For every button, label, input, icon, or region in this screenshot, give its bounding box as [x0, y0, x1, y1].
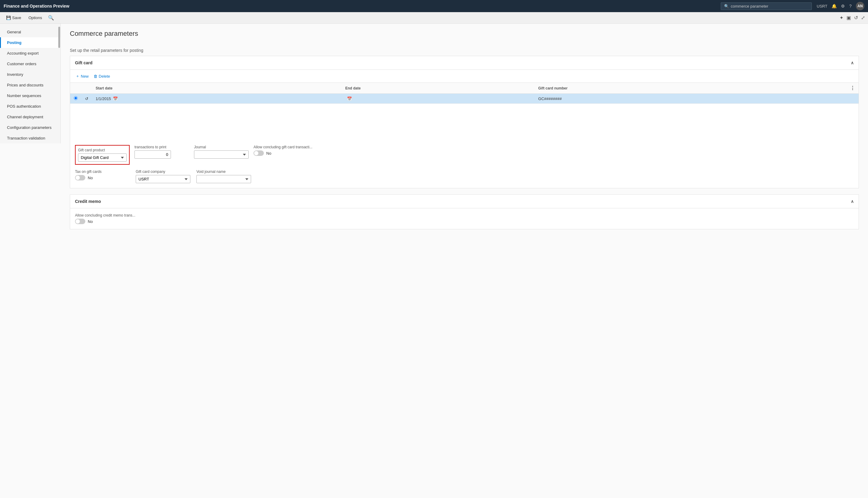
- star-icon[interactable]: ✦: [840, 15, 843, 21]
- more-cols-icon[interactable]: [850, 87, 855, 91]
- allow-concluding-label: Allow concluding gift card transacti...: [254, 145, 312, 149]
- action-bar: 💾 Save Options 🔍 ✦ ▣ ↺ ⤢: [0, 12, 868, 24]
- search-input[interactable]: [731, 4, 808, 9]
- col-gift-card-number: Gift card number: [535, 83, 846, 94]
- gift-card-company-group: Gift card company USRT: [136, 170, 190, 183]
- sidebar-item-customer-orders[interactable]: Customer orders: [0, 58, 61, 69]
- expand-icon[interactable]: ⤢: [861, 15, 865, 21]
- save-icon: 💾: [6, 15, 11, 20]
- sidebar-item-channel-deployment[interactable]: Channel deployment: [0, 112, 61, 122]
- row-gift-card-number: GC########: [535, 94, 846, 104]
- action-bar-right: ✦ ▣ ↺ ⤢: [840, 15, 865, 21]
- sidebar-item-pos-authentication[interactable]: POS authentication: [0, 101, 61, 112]
- col-refresh: [81, 83, 92, 94]
- sidebar-item-configuration-parameters[interactable]: Configuration parameters: [0, 122, 61, 133]
- refresh-icon[interactable]: ↺: [854, 15, 858, 21]
- page-container: GeneralPostingAccounting exportCustomer …: [0, 24, 868, 498]
- global-search[interactable]: 🔍: [721, 2, 812, 10]
- row-radio-cell[interactable]: [70, 94, 81, 104]
- save-button[interactable]: 💾 Save: [3, 14, 24, 22]
- sidebar-item-number-sequences[interactable]: Number sequences: [0, 90, 61, 101]
- void-journal-group: Void journal name: [196, 170, 251, 183]
- company-select[interactable]: USRT: [136, 175, 190, 183]
- void-journal-select[interactable]: [196, 175, 251, 183]
- allow-credit-value: No: [88, 219, 93, 224]
- help-icon[interactable]: ?: [849, 4, 852, 9]
- collapse-gift-card-icon[interactable]: [851, 60, 854, 65]
- delete-button[interactable]: 🗑 Delete: [93, 72, 111, 80]
- credit-memo-header: Credit memo: [70, 195, 859, 208]
- sidebar-item-posting[interactable]: Posting: [0, 37, 61, 48]
- sidebar-item-transaction-validation[interactable]: Transaction validation: [0, 133, 61, 143]
- table-empty-space: [70, 104, 859, 140]
- plus-icon: ＋: [76, 74, 79, 79]
- options-button[interactable]: Options: [26, 14, 45, 22]
- row-start-date: 1/1/2015 📅: [92, 94, 342, 104]
- allow-credit-toggle-group: No: [75, 219, 136, 224]
- tax-label: Tax on gift cards: [75, 170, 130, 174]
- gift-card-header: Gift card: [70, 56, 859, 70]
- form-fields-row2: Tax on gift cards No Gift card company U…: [70, 170, 859, 188]
- section-description: Set up the retail parameters for posting: [70, 44, 859, 56]
- trash-icon: 🗑: [93, 74, 98, 79]
- view-icon[interactable]: ▣: [846, 15, 851, 21]
- app-title: Finance and Operations Preview: [4, 4, 69, 9]
- transactions-label: transactions to print: [135, 145, 189, 149]
- avatar[interactable]: AN: [856, 2, 864, 10]
- credit-memo-fields: Allow concluding credit memo trans... No: [70, 208, 859, 229]
- transactions-to-print-group: transactions to print: [135, 145, 189, 165]
- gift-card-title: Gift card: [75, 60, 93, 65]
- row-refresh-cell[interactable]: ↺: [81, 94, 92, 104]
- top-nav-bar: Finance and Operations Preview 🔍 USRT 🔔 …: [0, 0, 868, 12]
- new-button[interactable]: ＋ New: [75, 72, 89, 80]
- gift-card-section: Gift card ＋ New 🗑 Delete: [70, 56, 859, 188]
- allow-concluding-toggle[interactable]: [254, 150, 264, 156]
- col-end-date: End date: [342, 83, 535, 94]
- action-search-icon[interactable]: 🔍: [48, 15, 54, 21]
- gift-card-table-container: Start date End date Gift card number ↺ 1…: [70, 83, 859, 104]
- void-journal-label: Void journal name: [196, 170, 251, 174]
- sidebar-wrapper: GeneralPostingAccounting exportCustomer …: [0, 24, 61, 498]
- sidebar-item-prices-discounts[interactable]: Prices and discounts: [0, 80, 61, 90]
- allow-credit-label: Allow concluding credit memo trans...: [75, 213, 136, 218]
- tax-value: No: [88, 175, 93, 180]
- sidebar-item-inventory[interactable]: Inventory: [0, 69, 61, 80]
- sidebar-scrollbar[interactable]: [58, 27, 60, 48]
- start-date-calendar-icon[interactable]: 📅: [113, 96, 118, 101]
- credit-memo-section: Credit memo Allow concluding credit memo…: [70, 194, 859, 229]
- page-title: Commerce parameters: [70, 30, 859, 38]
- gift-card-product-group: Gift card product Digital Gift Card: [75, 145, 130, 165]
- row-more: [846, 94, 859, 104]
- table-row[interactable]: ↺ 1/1/2015 📅 📅 GC########: [70, 94, 859, 104]
- allow-concluding-toggle-group: No: [254, 150, 312, 156]
- collapse-credit-icon[interactable]: [851, 199, 854, 204]
- tax-toggle[interactable]: [75, 175, 85, 181]
- tax-on-gift-cards-group: Tax on gift cards No: [75, 170, 130, 183]
- form-fields-row1: Gift card product Digital Gift Card tran…: [70, 140, 859, 170]
- end-date-calendar-icon[interactable]: 📅: [347, 96, 352, 101]
- credit-memo-title: Credit memo: [75, 199, 101, 204]
- allow-concluding-group: Allow concluding gift card transacti... …: [254, 145, 312, 165]
- col-start-date: Start date: [92, 83, 342, 94]
- sidebar-item-accounting-export[interactable]: Accounting export: [0, 48, 61, 58]
- allow-credit-memo-group: Allow concluding credit memo trans... No: [75, 213, 136, 224]
- journal-select[interactable]: [194, 150, 248, 159]
- transactions-input[interactable]: [135, 150, 171, 159]
- gift-card-product-select[interactable]: Digital Gift Card: [78, 154, 127, 162]
- row-radio[interactable]: [74, 96, 78, 100]
- journal-label: Journal: [194, 145, 248, 149]
- gift-card-product-label: Gift card product: [78, 148, 127, 152]
- sidebar: GeneralPostingAccounting exportCustomer …: [0, 24, 61, 143]
- nav-icons: USRT 🔔 ⚙ ? AN: [817, 2, 864, 10]
- col-more: [846, 83, 859, 94]
- gift-card-toolbar: ＋ New 🗑 Delete: [70, 70, 859, 83]
- user-label: USRT: [817, 4, 827, 9]
- sidebar-item-general[interactable]: General: [0, 27, 61, 37]
- journal-group: Journal: [194, 145, 248, 165]
- main-content: Commerce parameters Set up the retail pa…: [61, 24, 868, 498]
- settings-icon[interactable]: ⚙: [841, 4, 845, 9]
- notification-icon[interactable]: 🔔: [832, 4, 837, 9]
- col-select: [70, 83, 81, 94]
- gift-card-table: Start date End date Gift card number ↺ 1…: [70, 83, 859, 104]
- allow-credit-toggle[interactable]: [75, 219, 85, 224]
